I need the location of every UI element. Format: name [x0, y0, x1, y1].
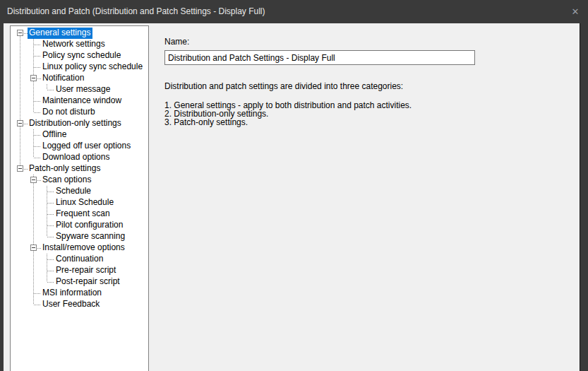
tree-connector — [47, 231, 47, 237]
tree-item-scan-options[interactable]: Scan options — [11, 175, 148, 186]
tree-connector — [33, 67, 34, 73]
tree-item-policy-sync-schedule[interactable]: Policy sync schedule — [11, 50, 148, 61]
dialog-window: Distribution and Patch (Distribution and… — [0, 0, 588, 371]
tree-connector — [20, 129, 20, 141]
tree-item-user-feedback[interactable]: User Feedback — [11, 299, 148, 310]
settings-description: Distribution and patch settings are divi… — [164, 82, 580, 91]
tree-connector — [34, 67, 40, 68]
tree-item-frequent-scan[interactable]: Frequent scan — [11, 208, 148, 220]
expander-icon[interactable] — [17, 165, 23, 172]
tree-connector — [33, 56, 34, 61]
tree-connector — [47, 220, 47, 225]
tree-item-do-not-disturb[interactable]: Do not disturb — [11, 107, 148, 118]
tree-item-general-settings[interactable]: General settings — [11, 28, 148, 39]
tree-connector — [47, 203, 54, 204]
tree-item-linux-policy-sync-schedule[interactable]: Linux policy sync schedule — [11, 61, 148, 73]
category-item-patch: 3. Patch-only settings. — [164, 118, 580, 126]
tree-connector — [33, 61, 34, 67]
tree-connector — [47, 271, 47, 276]
tree-connector — [20, 84, 20, 95]
tree-item-pre-repair-script[interactable]: Pre-repair script — [11, 265, 148, 276]
minus-glyph — [32, 247, 35, 248]
tree-item-label: Install/remove options — [41, 242, 127, 254]
tree-connector — [33, 135, 34, 141]
category-list: 1. General settings - apply to both dist… — [164, 101, 580, 126]
tree-item-post-repair-script[interactable]: Post-repair script — [11, 276, 148, 288]
tree-connector — [47, 282, 54, 283]
tree-connector — [34, 56, 40, 57]
tree-connector — [33, 50, 34, 56]
tree-connector — [20, 152, 20, 163]
tree-connector — [33, 231, 34, 242]
tree-connector — [47, 84, 47, 90]
tree-item-label: User Feedback — [41, 299, 102, 310]
tree-connector — [47, 225, 54, 226]
tree-connector — [33, 220, 34, 231]
tree-connector — [33, 141, 34, 146]
tree-connector — [33, 265, 34, 276]
tree-connector — [33, 152, 34, 158]
tree-connector — [33, 254, 34, 265]
tree-connector — [33, 146, 34, 152]
expander-icon[interactable] — [17, 30, 23, 36]
tree-item-logged-off-user-options[interactable]: Logged off user options — [11, 141, 148, 152]
tree-connector — [47, 192, 54, 192]
tree-item-label: Schedule — [54, 186, 93, 197]
tree-connector — [33, 101, 34, 107]
expander-icon[interactable] — [30, 75, 37, 81]
tree-connector — [33, 276, 34, 288]
tree-item-label: Linux Schedule — [54, 197, 116, 208]
tree-item-label: Pre-repair script — [54, 265, 118, 276]
tree-item-label: Offline — [41, 129, 68, 141]
minus-glyph — [32, 78, 35, 78]
tree-connector — [47, 192, 47, 197]
tree-connector — [20, 141, 20, 152]
tree-connector — [20, 95, 20, 107]
tree-item-label: Notification — [41, 73, 86, 84]
tree-item-label: Frequent scan — [54, 208, 112, 220]
tree-connector — [34, 305, 40, 305]
tree-connector — [33, 208, 34, 220]
tree-item-pilot-configuration[interactable]: Pilot configuration — [11, 220, 148, 231]
tree-item-maintenance-window[interactable]: Maintenance window — [11, 95, 148, 107]
tree-connector — [47, 271, 54, 271]
tree-item-continuation[interactable]: Continuation — [11, 254, 148, 265]
dialog-content: General settingsNetwork settingsPolicy s… — [4, 23, 580, 371]
tree-connector — [47, 237, 54, 237]
tree-connector — [47, 225, 47, 231]
window-title: Distribution and Patch (Distribution and… — [7, 0, 265, 23]
tree-connector — [33, 129, 34, 135]
general-settings-page: Name: Distribution and patch settings ar… — [150, 23, 580, 371]
settings-tree: General settingsNetwork settingsPolicy s… — [10, 25, 149, 371]
tree-item-offline[interactable]: Offline — [11, 129, 148, 141]
tree-item-notification[interactable]: Notification — [11, 73, 148, 84]
tree-connector — [47, 214, 54, 215]
tree-item-user-message[interactable]: User message — [11, 84, 148, 95]
tree-item-install-remove-options[interactable]: Install/remove options — [11, 242, 148, 254]
tree-connector — [34, 101, 40, 102]
tree-connector — [20, 50, 20, 61]
tree-item-schedule[interactable]: Schedule — [11, 186, 148, 197]
tree-item-label: MSI information — [41, 288, 104, 299]
tree-connector — [20, 107, 20, 118]
tree-item-distribution-only-settings[interactable]: Distribution-only settings — [11, 118, 148, 129]
tree-item-network-settings[interactable]: Network settings — [11, 39, 148, 50]
tree-item-msi-information[interactable]: MSI information — [11, 288, 148, 299]
expander-icon[interactable] — [30, 245, 37, 251]
name-input[interactable] — [164, 50, 475, 65]
tree-item-label: Policy sync schedule — [41, 50, 123, 61]
expander-icon[interactable] — [17, 120, 23, 126]
expander-icon[interactable] — [30, 177, 37, 183]
tree-connector — [33, 107, 34, 112]
title-bar: Distribution and Patch (Distribution and… — [0, 0, 588, 23]
tree-item-linux-schedule[interactable]: Linux Schedule — [11, 197, 148, 208]
close-icon[interactable]: ✕ — [569, 0, 582, 23]
tree-item-label: Network settings — [41, 39, 107, 50]
tree-item-label: Pilot configuration — [54, 220, 125, 231]
tree-item-download-options[interactable]: Download options — [11, 152, 148, 163]
tree-connector — [33, 197, 34, 208]
tree-item-spyware-scanning[interactable]: Spyware scanning — [11, 231, 148, 242]
tree-connector — [20, 39, 20, 50]
tree-item-patch-only-settings[interactable]: Patch-only settings — [11, 163, 148, 175]
tree-connector — [34, 146, 40, 147]
